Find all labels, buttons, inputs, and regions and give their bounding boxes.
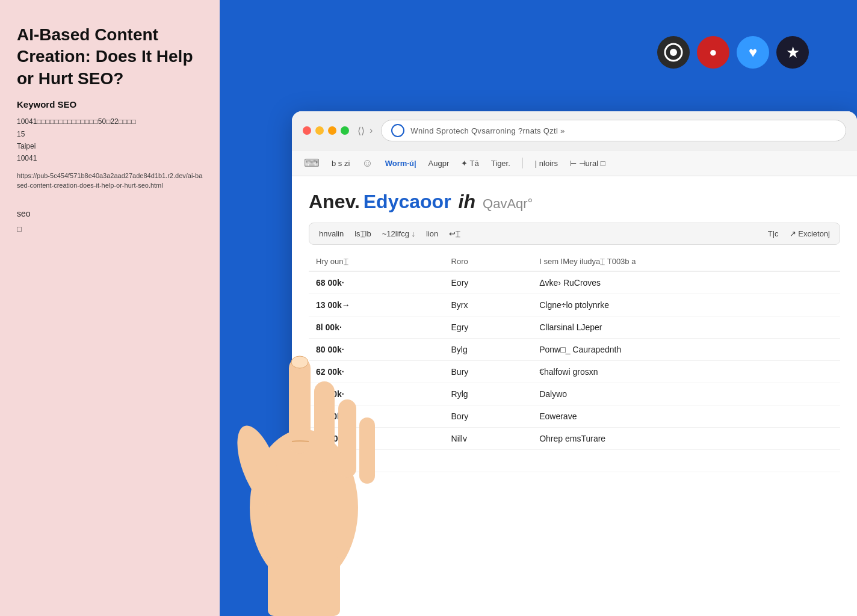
deco-icon-2: ● <box>697 36 729 69</box>
tab-icon-keyboard[interactable]: ⌨ <box>304 156 320 170</box>
tab-b-s-zi[interactable]: b s zi <box>332 159 350 168</box>
subtool-col7[interactable]: T|c <box>768 229 779 238</box>
deco-icon-3: ♥ <box>737 36 769 69</box>
cell-volume: S0 00k· <box>309 428 444 450</box>
page-heading: Anev. Edycaoor ih QavAqr° <box>309 191 840 213</box>
cell-info: Clgne÷lo ptolynrke <box>532 294 840 316</box>
tab-tiger[interactable]: Tiger. <box>491 159 510 168</box>
cell-keyword: Rylg <box>444 383 533 405</box>
table-row[interactable]: 68 00k·EoryΔvke› RuCroves <box>309 271 840 294</box>
tag-sub: □ <box>17 224 203 233</box>
table-row[interactable]: 8l 00k·EgryCllarsinal LJeper <box>309 316 840 339</box>
forward-icon[interactable]: › <box>370 125 373 136</box>
cell-keyword <box>444 450 533 472</box>
traffic-lights <box>303 126 349 135</box>
address-bar[interactable]: Wnind Sprotech Qvsarroning ?rnats Qztl » <box>381 120 846 141</box>
cell-keyword: Eory <box>444 271 533 294</box>
cell-info: Ponw□_ Caurapednth <box>532 339 840 361</box>
table-row[interactable]: S0 00k·NillvOhrep emsTurare <box>309 428 840 450</box>
svg-point-3 <box>229 420 289 511</box>
table-row[interactable]: 13 00k→ByrxClgne÷lo ptolynrke <box>309 294 840 316</box>
cell-info: €halfowi grosxn <box>532 361 840 383</box>
tab-worm[interactable]: Worm·ú| <box>385 159 416 168</box>
subtool-col2[interactable]: ls⌶lb <box>354 229 371 238</box>
cell-info: Eowerave <box>532 405 840 428</box>
browser-window: ⟨⟩ › Wnind Sprotech Qvsarroning ?rnats Q… <box>292 111 857 616</box>
heading-part3: ih <box>459 191 475 213</box>
table-row[interactable]: 80 00k·BylgPonw□_ Caurapednth <box>309 339 840 361</box>
subtool-col5[interactable]: ↩⌶ <box>449 229 460 238</box>
cell-volume: 68 00k· <box>309 271 444 294</box>
table-row[interactable]: 62 00k·Bury€halfowi grosxn <box>309 361 840 383</box>
cell-keyword: Egry <box>444 316 533 339</box>
cell-info: Δvke› RuCroves <box>532 271 840 294</box>
cell-volume: 17 00k· <box>309 383 444 405</box>
cell-info: Dalywo <box>532 383 840 405</box>
sub-toolbar: hnvalin ls⌶lb ~12lifcg ↓ lion ↩⌶ T|c ↗ E… <box>309 223 840 245</box>
tab-divider <box>522 158 523 168</box>
cell-info <box>532 450 840 472</box>
browser-toolbar: ⟨⟩ › Wnind Sprotech Qvsarroning ?rnats Q… <box>292 111 857 150</box>
col-header-info[interactable]: I sem IMey iludya⌶ T003b a <box>532 252 840 271</box>
tab-ural[interactable]: ⊢ ⊣ural □ <box>570 159 605 168</box>
tab-augpr[interactable]: Augpr <box>428 159 450 168</box>
tl-orange[interactable] <box>328 126 336 135</box>
subtool-col4[interactable]: lion <box>426 229 438 238</box>
table-row[interactable]: 32 00k·BoryEowerave <box>309 405 840 428</box>
tab-nloirs[interactable]: | nloirs <box>535 159 558 168</box>
keyword-table: Hry oun⌶ Roro I sem IMey iludya⌶ T003b a… <box>309 252 840 472</box>
top-decoration-icons: ● ♥ ★ <box>657 36 809 69</box>
browser-content: Anev. Edycaoor ih QavAqr° hnvalin ls⌶lb … <box>292 176 857 616</box>
cell-volume: 8F 00k· <box>309 450 444 472</box>
cell-info: Ohrep emsTurare <box>532 428 840 450</box>
cell-keyword: Bylg <box>444 339 533 361</box>
sidebar: AI-Based Content Creation: Does It Help … <box>0 0 220 616</box>
browser-icon <box>391 124 404 137</box>
tab-icon-face[interactable]: ☺ <box>362 157 373 170</box>
cell-keyword: Bory <box>444 405 533 428</box>
subtool-col3[interactable]: ~12lifcg ↓ <box>382 229 415 238</box>
tab-ta[interactable]: ✦ Tā <box>461 159 479 168</box>
table-row[interactable]: 17 00k·RylgDalywo <box>309 383 840 405</box>
article-url: https://pub-5c454f571b8e40a3a2aad27ade84… <box>17 171 203 191</box>
tl-minimize[interactable] <box>315 126 324 135</box>
table-row[interactable]: 8F 00k· <box>309 450 840 472</box>
article-title: AI-Based Content Creation: Does It Help … <box>17 24 203 90</box>
col-header-volume[interactable]: Hry oun⌶ <box>309 252 444 271</box>
tl-close[interactable] <box>303 126 311 135</box>
browser-tabs-row: ⌨ b s zi ☺ Worm·ú| Augpr ✦ Tā Tiger. | n… <box>292 150 857 176</box>
cell-info: Cllarsinal LJeper <box>532 316 840 339</box>
meta-info: 10041□□□□□□□□□□□□□□50□22□□□□ 15 Taipei 1… <box>17 116 203 165</box>
keyword-label: Keyword SEO <box>17 99 203 109</box>
heading-part1: Anev. <box>309 191 360 213</box>
cell-keyword: Bury <box>444 361 533 383</box>
subtool-col1[interactable]: hnvalin <box>319 229 344 238</box>
cell-volume: 80 00k· <box>309 339 444 361</box>
cell-volume: 32 00k· <box>309 405 444 428</box>
col-header-keyword[interactable]: Roro <box>444 252 533 271</box>
cell-volume: 13 00k→ <box>309 294 444 316</box>
main-area: ● ♥ ★ ⟨⟩ › Wnind Sprotech Qvsarroning ?r… <box>220 0 857 616</box>
cell-keyword: Byrx <box>444 294 533 316</box>
back-icon[interactable]: ⟨⟩ <box>357 125 365 137</box>
tag-seo: seo <box>17 209 203 218</box>
deco-icon-1 <box>657 36 690 69</box>
nav-controls[interactable]: ⟨⟩ › <box>357 125 373 137</box>
cell-volume: 8l 00k· <box>309 316 444 339</box>
circle-icon <box>663 42 684 63</box>
tl-maximize[interactable] <box>341 126 349 135</box>
svg-point-1 <box>670 49 677 56</box>
cell-keyword: Nillv <box>444 428 533 450</box>
heading-part2: Edycaoor <box>364 191 451 213</box>
subtool-col8[interactable]: ↗ Excietonj <box>790 229 830 238</box>
cell-volume: 62 00k· <box>309 361 444 383</box>
address-text: Wnind Sprotech Qvsarroning ?rnats Qztl » <box>410 126 565 135</box>
heading-sub: QavAqr° <box>483 196 533 212</box>
deco-icon-4: ★ <box>776 36 809 69</box>
